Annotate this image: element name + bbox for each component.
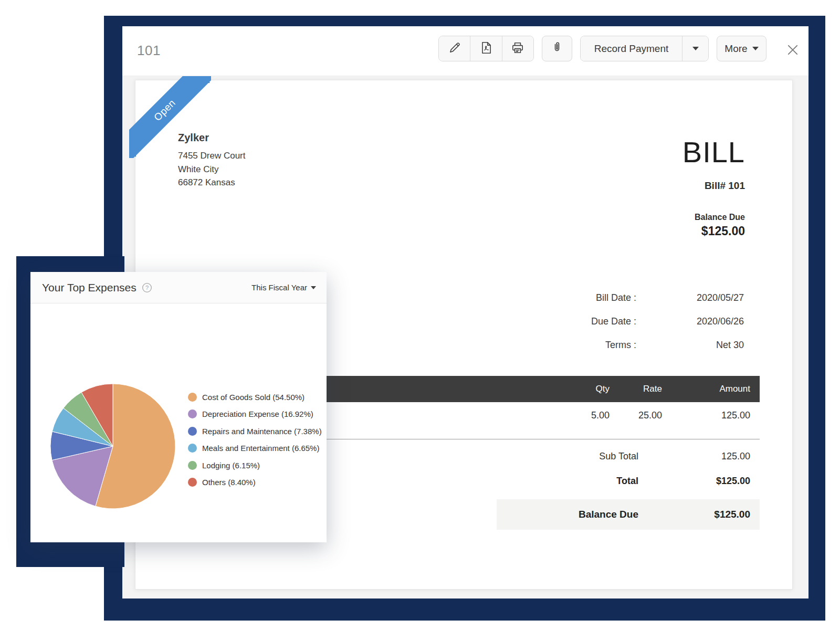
bill-number: Bill# 101 [705,180,745,192]
legend-swatch-icon [188,410,197,418]
due-date-value: 2020/06/26 [697,316,744,327]
bill-date-label: Bill Date : [596,292,636,303]
subtotal-value: 125.00 [721,451,750,462]
help-icon[interactable]: ? [142,282,152,293]
more-button[interactable]: More [717,36,766,61]
legend-item: Depreciation Expense (16.92%) [188,408,322,421]
due-date-label: Due Date : [591,316,636,327]
balance-due-amount: $125.00 [701,224,745,238]
terms-label: Terms : [605,340,636,351]
qty-cell: 5.00 [591,402,610,428]
subtotal-label: Sub Total [599,451,638,462]
bill-date-value: 2020/05/27 [697,292,744,303]
total-value: $125.00 [716,476,750,487]
terms-value: Net 30 [716,340,744,351]
legend-item: Repairs and Maintenance (7.38%) [188,425,322,437]
paperclip-icon [551,41,563,56]
status-ribbon-band: Open [129,76,211,158]
rate-column-header: Rate [643,376,662,402]
balance-row-value: $125.00 [714,499,750,530]
bill-number-title: 101 [137,43,161,59]
top-expenses-card: Your Top Expenses ? This Fiscal Year Cos… [30,272,327,542]
legend-label: Meals and Entertainment (6.65%) [202,444,319,453]
page: 101 [0,0,840,630]
legend-label: Repairs and Maintenance (7.38%) [202,427,322,436]
legend-item: Cost of Goods Sold (54.50%) [188,391,322,403]
total-row: Total $125.00 [466,476,760,489]
balance-due-row: Balance Due $125.00 [497,499,760,530]
attachments-button[interactable] [542,36,572,61]
qty-column-header: Qty [596,376,610,402]
expenses-title: Your Top Expenses [42,281,136,294]
terms-row: Terms : Net 30 [513,340,744,352]
status-ribbon: Open [129,76,211,158]
record-payment-split-button: Record Payment [580,36,709,61]
print-button[interactable] [502,36,533,61]
legend-item: Meals and Entertainment (6.65%) [188,442,322,455]
vendor-address-line: White City [178,163,246,176]
legend-swatch-icon [188,393,197,402]
pencil-icon [448,41,461,56]
pdf-icon [479,41,493,56]
legend-swatch-icon [188,461,197,470]
vendor-address-line: 66872 Kansas [178,176,246,190]
pdf-button[interactable] [470,36,501,61]
due-date-row: Due Date : 2020/06/26 [513,316,744,329]
amount-cell: 125.00 [721,402,750,428]
legend-label: Lodging (6.15%) [202,461,260,470]
legend-swatch-icon [188,478,197,487]
document-actions-group [438,36,534,61]
svg-text:?: ? [145,285,149,291]
close-icon[interactable] [785,43,800,57]
more-button-label: More [724,43,747,55]
total-label: Total [616,476,638,487]
chevron-down-icon [692,47,699,50]
legend-label: Cost of Goods Sold (54.50%) [202,393,304,402]
balance-row-label: Balance Due [579,499,638,530]
period-filter-dropdown[interactable]: This Fiscal Year [251,283,316,292]
window-header: 101 [122,26,808,76]
expense-pie-chart [50,383,176,509]
subtotal-row: Sub Total 125.00 [466,451,760,465]
edit-button[interactable] [439,36,470,61]
legend-item: Lodging (6.15%) [188,459,322,471]
record-payment-dropdown-button[interactable] [682,36,708,61]
chevron-down-icon [311,286,316,289]
status-ribbon-label: Open [152,97,178,123]
legend-label: Depreciation Expense (16.92%) [202,410,313,418]
period-filter-label: This Fiscal Year [251,283,307,292]
balance-due-label: Balance Due [695,213,745,222]
rate-cell: 25.00 [638,402,662,428]
chevron-down-icon [752,47,759,50]
amount-column-header: Amount [719,376,750,402]
legend-swatch-icon [188,444,197,453]
bill-date-row: Bill Date : 2020/05/27 [513,292,744,305]
legend-label: Others (8.40%) [202,478,256,487]
expenses-card-header: Your Top Expenses ? This Fiscal Year [30,272,327,303]
expenses-card-body: Cost of Goods Sold (54.50%)Depreciation … [30,303,327,542]
printer-icon [511,41,524,56]
document-type-title: BILL [682,135,745,169]
expense-legend: Cost of Goods Sold (54.50%)Depreciation … [188,391,322,493]
legend-swatch-icon [188,427,197,436]
record-payment-button[interactable]: Record Payment [581,36,682,61]
legend-item: Others (8.40%) [188,476,322,489]
